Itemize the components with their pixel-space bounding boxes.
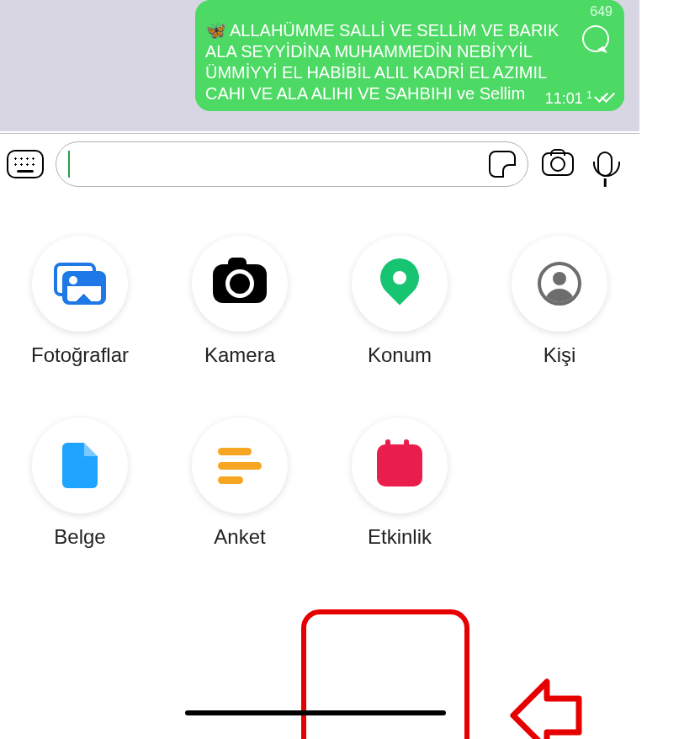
attachment-location[interactable]: Konum xyxy=(352,236,448,367)
attachment-label: Konum xyxy=(368,343,432,367)
text-cursor xyxy=(68,151,70,178)
contact-icon xyxy=(538,262,581,306)
attachment-label: Etkinlik xyxy=(368,525,432,549)
attachment-label: Kişi xyxy=(544,343,576,367)
attachment-contact[interactable]: Kişi xyxy=(512,236,607,367)
comment-icon xyxy=(582,25,609,52)
microphone-button[interactable] xyxy=(587,146,623,182)
calendar-icon xyxy=(377,444,422,486)
attachment-label: Anket xyxy=(214,525,265,549)
message-time: 11:01 xyxy=(545,89,583,109)
message-bubble[interactable]: 649 🦋ALLAHÜMME SALLİ VE SELLİM VE BARIK … xyxy=(195,0,624,111)
sticker-icon[interactable] xyxy=(489,151,516,178)
message-body: ALLAHÜMME SALLİ VE SELLİM VE BARIK ALA S… xyxy=(205,21,559,103)
annotation-highlight xyxy=(301,609,469,739)
attachment-camera[interactable]: Kamera xyxy=(192,236,288,367)
attachment-label: Kamera xyxy=(204,343,275,367)
home-indicator[interactable] xyxy=(185,710,446,715)
message-count: 1 xyxy=(586,88,592,102)
read-ticks-icon xyxy=(596,93,614,104)
microphone-icon xyxy=(597,152,612,177)
attachment-poll[interactable]: Anket xyxy=(192,417,288,549)
message-meta: 11:01 1 xyxy=(545,89,614,109)
attachment-event[interactable]: Etkinlik xyxy=(352,417,448,549)
photos-icon xyxy=(54,263,106,305)
location-pin-icon xyxy=(380,258,419,309)
camera-button[interactable] xyxy=(540,146,575,182)
camera-fill-icon xyxy=(213,264,267,303)
keyboard-icon[interactable] xyxy=(7,150,44,178)
attachment-panel: Fotoğraflar Kamera Konum Kişi Belge Anke… xyxy=(0,194,639,739)
poll-icon xyxy=(218,448,262,484)
attachment-document[interactable]: Belge xyxy=(32,417,128,549)
annotation-arrow-icon xyxy=(488,631,581,739)
input-bar xyxy=(0,133,639,194)
attachment-label: Belge xyxy=(54,525,105,549)
attachment-photos[interactable]: Fotoğraflar xyxy=(31,236,129,367)
butterfly-icon: 🦋 xyxy=(205,21,226,40)
message-input[interactable] xyxy=(72,154,489,173)
message-number: 649 xyxy=(590,3,612,20)
message-input-wrapper[interactable] xyxy=(56,141,528,187)
camera-icon xyxy=(542,152,574,176)
document-icon xyxy=(62,443,98,488)
message-text: 🦋ALLAHÜMME SALLİ VE SELLİM VE BARIK ALA … xyxy=(205,20,582,104)
attachment-grid: Fotoğraflar Kamera Konum Kişi Belge Anke… xyxy=(0,236,639,549)
attachment-label: Fotoğraflar xyxy=(31,343,129,367)
